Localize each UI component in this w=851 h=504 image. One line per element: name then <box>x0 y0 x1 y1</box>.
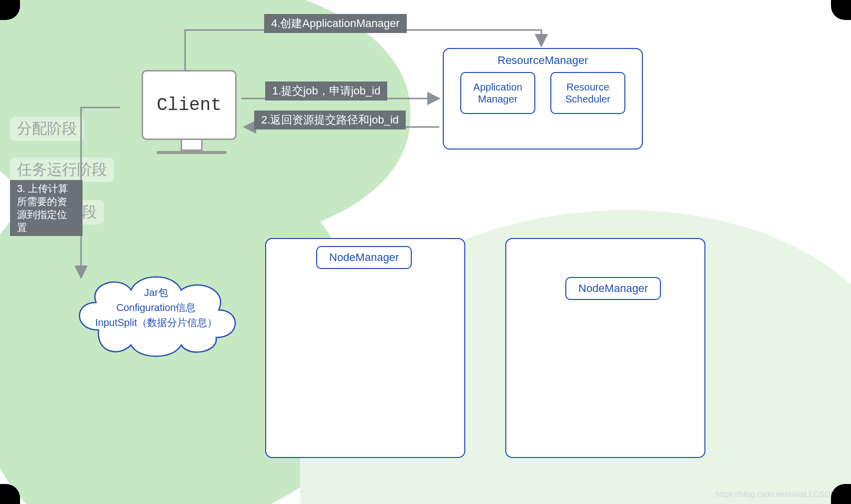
resource-scheduler-box: Resource Scheduler <box>550 72 625 114</box>
cloud-line: Configuration信息 <box>95 300 217 315</box>
client-node: Client <box>142 70 242 170</box>
cloud-line: Jar包 <box>95 285 217 300</box>
monitor-base <box>157 151 227 154</box>
node-manager-label: NodeManager <box>316 246 412 269</box>
step-label-4: 4.创建ApplicationManager <box>264 14 407 33</box>
step-label-1: 1.提交job，申请job_id <box>265 82 387 100</box>
application-manager-box: Application Manager <box>460 72 535 114</box>
resource-manager-title: ResourceManager <box>453 54 633 67</box>
step-label-3: 3. 上传计算所需要的资源到指定位置 <box>10 180 83 236</box>
resource-cloud: Jar包 Configuration信息 InputSplit（数据分片信息） <box>69 255 244 360</box>
node-manager-box: NodeManager <box>505 238 705 458</box>
phase-label: 任务运行阶段 <box>10 158 114 182</box>
resource-manager-box: ResourceManager Application Manager Reso… <box>443 48 643 150</box>
diagram-canvas: 分配阶段 任务运行阶段 成阶段 Client ResourceManager A… <box>0 0 851 504</box>
client-label: Client <box>157 95 222 116</box>
phase-label: 分配阶段 <box>10 116 84 141</box>
node-manager-box: NodeManager <box>265 238 465 458</box>
watermark: https://blog.csdn.net/nmsLLCSDN <box>715 490 836 499</box>
node-manager-label: NodeManager <box>565 277 661 300</box>
client-monitor-icon: Client <box>142 70 237 140</box>
cloud-line: InputSplit（数据分片信息） <box>95 315 217 330</box>
monitor-stand <box>181 140 203 151</box>
step-label-2: 2.返回资源提交路径和job_id <box>254 110 406 130</box>
